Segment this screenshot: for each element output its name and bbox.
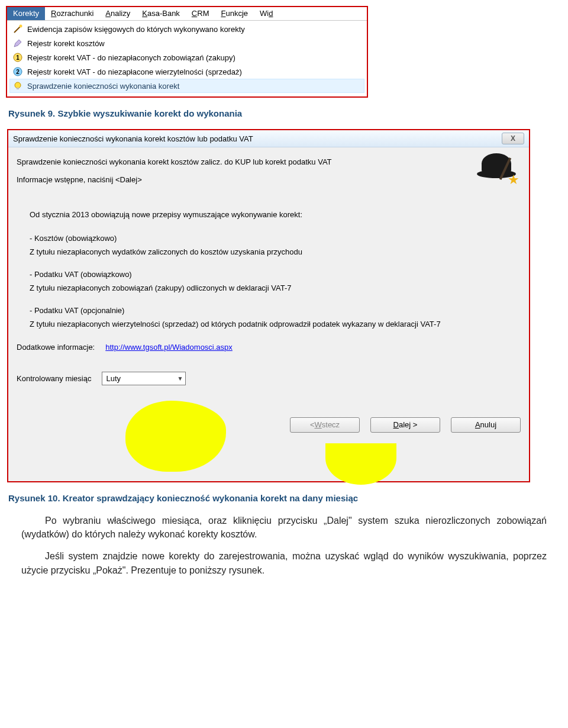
dropdown-item-label: Sprawdzenie konieczności wykonania korek… [27, 82, 179, 91]
wizard-header-2: Informacje wstępne, naciśnij <Dalej> [17, 175, 476, 185]
bullet-2b: Z tytułu niezapłaconych zobowiązań (zaku… [17, 283, 521, 294]
figure-caption-9: Rysunek 9. Szybkie wyszukiwanie korekt d… [8, 108, 560, 118]
menu-wid[interactable]: Wid [254, 7, 279, 20]
dropdown-item-vat-zakupy[interactable]: 1 Rejestr korekt VAT - do niezapłaconych… [9, 50, 364, 65]
bullet-3b: Z tytułu niezapłaconych wierzytelności (… [17, 319, 479, 330]
pencil-icon [13, 38, 22, 48]
wand-icon [13, 24, 22, 34]
svg-point-1 [20, 25, 22, 28]
chevron-down-icon: ▼ [178, 375, 183, 382]
extra-info-link[interactable]: http://www.tgsoft.pl/Wiadomosci.aspx [105, 343, 233, 352]
dialog-title: Sprawdzenie konieczności wykonania korek… [13, 134, 253, 143]
menu-analizy[interactable]: Analizy [99, 7, 136, 20]
menu-kasa-bank[interactable]: Kasa-Bank [136, 7, 186, 20]
menu-rozrachunki[interactable]: Rozrachunki [45, 7, 99, 20]
dropdown-panel: Ewidencja zapisów księgowych do których … [7, 21, 367, 96]
svg-text:1: 1 [16, 54, 20, 61]
close-button[interactable]: X [502, 133, 524, 144]
body-paragraph-2: Jeśli system znajdzie nowe korekty do za… [21, 549, 547, 576]
bullet-1b: Z tytułu niezapłaconych wydatków zaliczo… [17, 247, 521, 257]
bullet-3a: - Podatku VAT (opcjonalnie) [17, 305, 521, 316]
month-label: Kontrolowany miesiąc [17, 374, 91, 383]
badge-2-icon: 2 [13, 67, 22, 76]
menu-korekty[interactable]: Korekty [7, 7, 45, 20]
close-icon: X [511, 134, 515, 143]
menubar: Korekty Rozrachunki Analizy Kasa-Bank CR… [7, 7, 367, 21]
dropdown-item-label: Ewidencja zapisów księgowych do których … [27, 25, 245, 34]
wizard-header-1: Sprawdzenie konieczności wykonania korek… [17, 157, 476, 167]
back-button[interactable]: < Wstecz [290, 417, 360, 433]
dropdown-item-label: Rejestr korekt VAT - do niezapłacone wie… [27, 67, 242, 76]
dropdown-item-sprawdzenie[interactable]: Sprawdzenie konieczności wykonania korek… [9, 79, 364, 93]
bullet-2a: - Podatku VAT (obowiązkowo) [17, 269, 521, 280]
dropdown-item-label: Rejestr korekt VAT - do niezapłaconych z… [27, 53, 235, 62]
menu-crm[interactable]: CRM [186, 7, 215, 20]
extra-info-label: Dodatkowe informacje: [17, 343, 95, 352]
dropdown-item-vat-sprzedaz[interactable]: 2 Rejestr korekt VAT - do niezapłacone w… [9, 65, 364, 79]
badge-1-icon: 1 [13, 53, 22, 62]
dialog-titlebar: Sprawdzenie konieczności wykonania korek… [8, 130, 529, 147]
wizard-intro: Od stycznia 2013 obowiązują nowe przepis… [17, 210, 521, 220]
dropdown-item-label: Rejestr korekt kosztów [27, 39, 105, 48]
highlight-arc-dalej [325, 443, 396, 485]
svg-rect-8 [17, 88, 19, 89]
menu-funkcje[interactable]: Funkcje [215, 7, 254, 20]
svg-text:2: 2 [16, 69, 20, 75]
bulb-icon [13, 81, 22, 91]
svg-marker-2 [14, 40, 21, 47]
dropdown-item-ewidencja[interactable]: Ewidencja zapisów księgowych do których … [9, 22, 364, 36]
svg-point-7 [15, 82, 21, 88]
month-value: Luty [106, 374, 121, 383]
wizard-hat-icon: ★ [476, 153, 517, 186]
next-button[interactable]: Dalej > [370, 417, 440, 433]
bullet-1a: - Kosztów (obowiązkowo) [17, 233, 521, 244]
figure-caption-10: Rysunek 10. Kreator sprawdzający koniecz… [8, 493, 560, 503]
month-combobox[interactable]: Luty ▼ [102, 372, 186, 385]
cancel-button[interactable]: Anuluj [451, 417, 521, 433]
dropdown-item-rejestr-kosztow[interactable]: Rejestr korekt kosztów [9, 36, 364, 50]
body-paragraph-1: Po wybraniu właściwego miesiąca, oraz kl… [21, 514, 547, 541]
